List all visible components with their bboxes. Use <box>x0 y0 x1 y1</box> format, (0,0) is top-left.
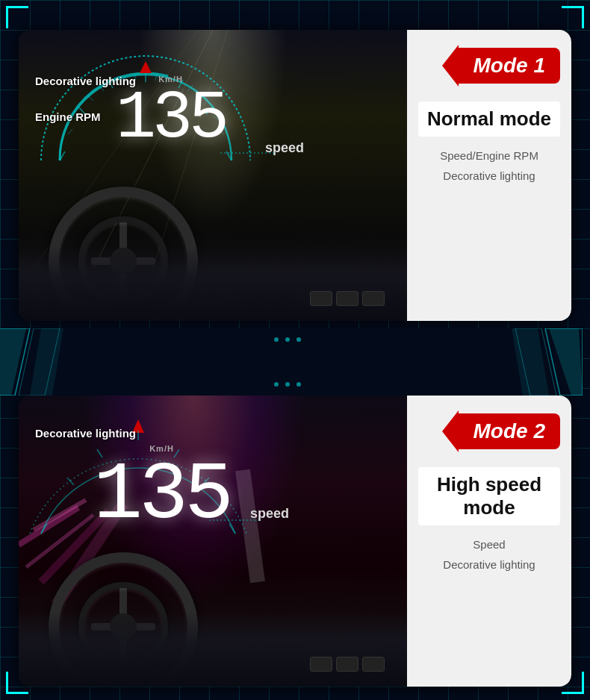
svg-marker-27 <box>30 328 63 396</box>
mode2-info-panel: Mode 2 High speed mode Speed Decorative … <box>407 396 571 687</box>
speed-dot-line-mode1 <box>220 149 280 157</box>
mode2-subtitle: Speed Decorative lighting <box>443 534 535 575</box>
mode2-hud-area: Decorative lighting Km/H 135 speed <box>19 396 407 687</box>
mode1-title: Normal mode <box>418 101 560 137</box>
mode1-engine-label: Engine RPM <box>35 110 101 123</box>
mode2-card: Decorative lighting Km/H 135 speed <box>19 396 571 687</box>
svg-line-46 <box>67 478 74 485</box>
corner-decoration-br <box>562 672 584 694</box>
svg-line-51 <box>229 524 235 534</box>
mode2-decorative-label: Decorative lighting <box>35 427 136 440</box>
svg-point-37 <box>296 382 301 387</box>
svg-line-45 <box>41 524 47 534</box>
mode2-title: High speed mode <box>418 467 560 525</box>
corner-decoration-bl <box>6 672 28 694</box>
mode1-label-box: Mode 1 <box>459 48 560 84</box>
mode2-label-box: Mode 2 <box>459 413 560 449</box>
mode2-subtitle-line1: Speed <box>443 534 535 554</box>
mode2-subtitle-line2: Decorative lighting <box>443 554 535 575</box>
svg-point-33 <box>285 337 290 342</box>
mode1-label-text: Mode 1 <box>473 54 545 77</box>
mid-separator <box>0 328 583 396</box>
mode1-hud-area: Decorative lighting Engine RPM Km/H 135 … <box>19 30 407 321</box>
corner-decoration-tl <box>6 6 28 28</box>
svg-point-34 <box>296 337 301 342</box>
mode2-badge: Mode 2 <box>418 410 560 452</box>
mode1-speed-number: 135 <box>116 85 226 152</box>
mode1-subtitle-line1: Speed/Engine RPM <box>440 146 538 166</box>
mode2-label-text: Mode 2 <box>473 419 545 443</box>
mode1-badge: Mode 1 <box>418 45 560 87</box>
svg-point-35 <box>274 382 279 387</box>
svg-line-13 <box>88 96 93 101</box>
svg-line-11 <box>68 129 72 134</box>
mode1-subtitle-line2: Decorative lighting <box>440 166 538 186</box>
mode1-card: Decorative lighting Engine RPM Km/H 135 … <box>19 30 571 321</box>
speed-dot-line-mode2 <box>209 516 265 524</box>
mode1-speed-display: Km/H 135 <box>116 75 226 152</box>
svg-marker-3 <box>140 61 152 73</box>
mode2-arrow <box>442 410 459 452</box>
svg-point-36 <box>285 382 290 387</box>
svg-point-32 <box>274 337 279 342</box>
mode1-arrow <box>442 45 459 87</box>
main-content: Decorative lighting Engine RPM Km/H 135 … <box>0 0 590 700</box>
mode2-speed-number: 135 <box>93 454 230 537</box>
corner-decoration-tr <box>562 6 584 28</box>
hud-overlay-mode1: Decorative lighting Engine RPM Km/H 135 … <box>19 30 407 321</box>
hud-overlay-mode2: Decorative lighting Km/H 135 speed <box>19 396 407 687</box>
mode1-subtitle: Speed/Engine RPM Decorative lighting <box>440 146 538 186</box>
mode1-info-panel: Mode 1 Normal mode Speed/Engine RPM Deco… <box>407 30 571 321</box>
separator-deco <box>0 328 583 396</box>
